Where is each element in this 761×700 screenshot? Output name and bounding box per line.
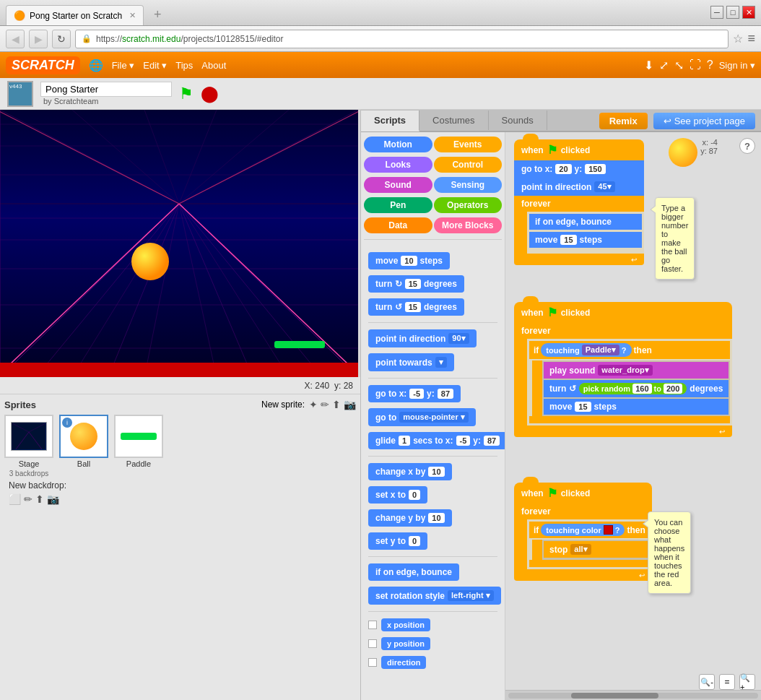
draw-backdrop-icon[interactable]: ⬜ — [9, 493, 21, 505]
block-if-touching-paddle[interactable]: if touching Paddle▾ ? then — [529, 341, 730, 359]
var-direction-row: direction — [368, 654, 497, 671]
category-control[interactable]: Control — [434, 157, 503, 173]
remix-button[interactable]: Remix — [599, 113, 648, 129]
block-if-touching-color[interactable]: if touching color ? then — [529, 522, 650, 538]
bookmark-button[interactable]: ☆ — [733, 32, 743, 46]
var-direction-checkbox[interactable] — [368, 658, 377, 667]
ball-label: Ball — [77, 459, 90, 468]
block-move-15-inner[interactable]: move 15 steps — [529, 232, 642, 248]
upload-sprite-icon[interactable]: ⬆ — [332, 399, 341, 410]
sign-in-button[interactable]: Sign in ▾ — [719, 60, 755, 71]
draw-sprite-icon[interactable]: ✦ — [309, 399, 318, 410]
block-move-15-2[interactable]: move 15 steps — [544, 399, 729, 415]
help-button[interactable]: ? — [739, 138, 755, 154]
var-y-position-checkbox[interactable] — [368, 639, 377, 648]
stop-button[interactable]: ⬤ — [201, 85, 219, 103]
category-data[interactable]: Data — [364, 217, 432, 233]
block-turn-cw[interactable]: turn ↻ 15 degrees — [368, 275, 464, 293]
project-name-input[interactable] — [40, 82, 172, 97]
block-goto-20-150[interactable]: go to x: 20 y: 150 — [514, 160, 644, 178]
block-go-xy[interactable]: go to x: -5 y: 87 — [368, 385, 461, 402]
expand-icon[interactable]: ⤡ — [674, 59, 684, 72]
browser-tab[interactable]: 🟠 Pong Starter on Scratch ✕ — [6, 5, 144, 25]
camera-backdrop-icon[interactable]: 📷 — [47, 493, 59, 505]
block-rotation-style[interactable]: set rotation style left-right ▾ — [368, 587, 501, 605]
close-tab-icon[interactable]: ✕ — [129, 11, 136, 20]
category-more-blocks[interactable]: More Blocks — [434, 217, 503, 233]
help-icon[interactable]: ? — [707, 59, 713, 72]
zoom-reset-button[interactable]: = — [719, 674, 735, 690]
paddle-thumb-container[interactable] — [114, 415, 163, 458]
block-change-x[interactable]: change x by 10 — [368, 463, 452, 480]
hat-when-clicked-1[interactable]: when ⚑ clicked — [514, 139, 644, 160]
maximize-button[interactable]: □ — [726, 6, 739, 19]
info-button[interactable]: i — [62, 418, 72, 428]
see-project-button[interactable]: ↩ See project page — [653, 113, 755, 129]
var-x-position-checkbox[interactable] — [368, 621, 377, 629]
file-menu[interactable]: File ▾ — [112, 60, 135, 71]
back-button[interactable]: ◀ — [6, 30, 25, 48]
block-turn-random[interactable]: turn ↺ pick random 160 to 200 degrees — [544, 380, 729, 397]
script-scrollbar[interactable] — [505, 690, 761, 700]
tips-menu[interactable]: Tips — [175, 60, 193, 71]
block-go-to[interactable]: go to mouse-pointer ▾ — [368, 408, 476, 426]
minimize-button[interactable]: ─ — [710, 6, 723, 19]
scripts-tab[interactable]: Scripts — [361, 111, 419, 131]
address-bar[interactable]: 🔒 https://scratch.mit.edu/projects/10128… — [75, 30, 729, 48]
browser-menu-button[interactable]: ≡ — [747, 31, 755, 46]
language-button[interactable]: 🌐 — [89, 59, 103, 72]
zoom-out-button[interactable]: 🔍- — [699, 674, 715, 690]
block-forever-1[interactable]: forever — [514, 196, 644, 212]
edit-menu[interactable]: Edit ▾ — [143, 60, 167, 71]
category-looks[interactable]: Looks — [364, 157, 432, 173]
sprite-item-stage[interactable]: Stage 3 backdrops — [4, 415, 53, 478]
block-turn-ccw[interactable]: turn ↺ 15 degrees — [368, 298, 464, 316]
category-operators[interactable]: Operators — [434, 197, 503, 213]
costumes-tab[interactable]: Costumes — [419, 111, 489, 130]
fullscreen-icon[interactable]: ⤢ — [659, 59, 669, 72]
block-forever-2[interactable]: forever — [514, 323, 732, 339]
var-direction[interactable]: direction — [381, 656, 426, 669]
block-if-on-edge-bounce-inner[interactable]: if on edge, bounce — [529, 214, 642, 230]
stage-thumb[interactable] — [4, 415, 53, 458]
var-y-position[interactable]: y position — [381, 637, 430, 650]
sounds-tab[interactable]: Sounds — [489, 111, 547, 130]
block-move-steps[interactable]: move 10 steps — [368, 252, 450, 269]
category-motion[interactable]: Motion — [364, 137, 432, 152]
block-set-y[interactable]: set y to 0 — [368, 532, 427, 550]
block-change-y[interactable]: change y by 10 — [368, 509, 452, 527]
scratch-logo: SCRATCH — [6, 56, 80, 74]
block-point-dir-45[interactable]: point in direction 45▾ — [514, 178, 644, 196]
paint-backdrop-icon[interactable]: ✏ — [24, 493, 32, 505]
paint-sprite-icon[interactable]: ✏ — [321, 399, 329, 410]
block-play-sound[interactable]: play sound water_drop▾ — [544, 362, 729, 379]
sprite-item-ball[interactable]: i Ball — [59, 415, 108, 478]
green-flag-button[interactable]: ⚑ — [179, 85, 193, 103]
category-events[interactable]: Events — [434, 137, 503, 152]
upload-backdrop-icon[interactable]: ⬆ — [35, 493, 44, 505]
presentation-icon[interactable]: ⛶ — [690, 59, 701, 72]
category-sensing[interactable]: Sensing — [434, 177, 503, 193]
zoom-in-button[interactable]: 🔍+ — [739, 674, 755, 690]
category-sound[interactable]: Sound — [364, 177, 432, 193]
hat-when-clicked-3[interactable]: when ⚑ clicked — [514, 483, 652, 504]
new-tab-button[interactable]: + — [147, 4, 169, 25]
forward-button[interactable]: ▶ — [29, 30, 48, 48]
var-x-position[interactable]: x position — [381, 618, 430, 631]
block-point-direction[interactable]: point in direction 90▾ — [368, 329, 477, 347]
download-icon[interactable]: ⬇ — [644, 59, 653, 72]
camera-sprite-icon[interactable]: 📷 — [344, 399, 356, 410]
ball-thumb-container[interactable]: i — [59, 415, 108, 458]
block-set-x[interactable]: set x to 0 — [368, 486, 427, 504]
sprite-item-paddle[interactable]: Paddle — [114, 415, 163, 478]
block-stop-all[interactable]: stop all▾ — [544, 541, 648, 558]
about-menu[interactable]: About — [201, 60, 226, 71]
block-forever-3[interactable]: forever — [514, 504, 652, 519]
block-if-edge-bounce[interactable]: if on edge, bounce — [368, 563, 459, 581]
category-pen[interactable]: Pen — [364, 197, 432, 213]
close-button[interactable]: ✕ — [742, 6, 755, 19]
reload-button[interactable]: ↻ — [52, 30, 71, 48]
block-glide[interactable]: glide 1 secs to x: -5 y: 87 — [368, 432, 505, 449]
block-point-towards[interactable]: point towards ▾ — [368, 353, 454, 371]
hat-when-clicked-2[interactable]: when ⚑ clicked — [514, 302, 732, 323]
